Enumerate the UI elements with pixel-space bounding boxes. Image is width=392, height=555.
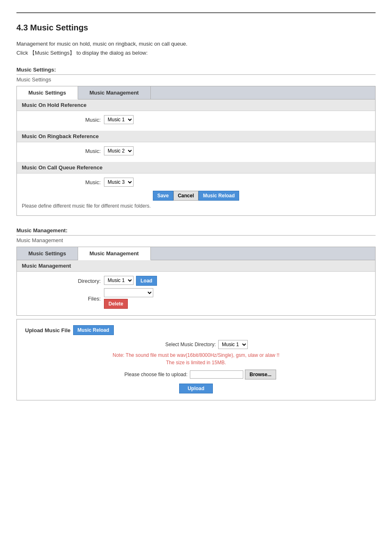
files-label: Files: xyxy=(22,296,104,302)
files-row: Files: Delete xyxy=(22,288,370,309)
select-music-dir-select[interactable]: Music 1 Music 2 Music 3 xyxy=(218,340,248,349)
music-on-ringback-header: Music On Ringback Reference xyxy=(17,131,375,142)
select-dir-row: Select Music Directory: Music 1 Music 2 … xyxy=(25,340,367,349)
tab2-music-settings[interactable]: Music Settings xyxy=(17,247,78,260)
music-management-subtitle: Music Management xyxy=(16,237,376,243)
upload-section: Upload Music File Music Reload Select Mu… xyxy=(16,319,376,400)
top-divider xyxy=(16,12,376,13)
upload-form: Select Music Directory: Music 1 Music 2 … xyxy=(25,340,367,393)
music-on-callqueue-header: Music On Call Queue Reference xyxy=(17,162,375,173)
music-management-inner-body: Directory: Music 1 Music 2 Music 3 Load … xyxy=(17,272,375,315)
music-settings-tabs: Music Settings Music Management xyxy=(17,86,375,99)
music-on-hold-label: Music: xyxy=(22,117,104,123)
description1: Management for music on hold, music on r… xyxy=(16,41,376,47)
directory-controls: Music 1 Music 2 Music 3 Load xyxy=(104,276,157,286)
tab-music-management[interactable]: Music Management xyxy=(78,86,151,99)
music-on-callqueue-row: Music: Music 1 Music 2 Music 3 xyxy=(22,178,370,187)
music-management-tab-panel: Music Settings Music Management Music Ma… xyxy=(16,247,376,316)
files-controls: Delete xyxy=(104,288,153,309)
upload-button-row: Upload xyxy=(25,384,367,393)
music-on-ringback-select[interactable]: Music 1 Music 2 Music 3 xyxy=(104,146,134,155)
music-on-callqueue-body: Music: Music 1 Music 2 Music 3 Save Canc… xyxy=(17,173,375,215)
music-on-callqueue-label: Music: xyxy=(22,179,104,185)
select-dir-label: Select Music Directory: xyxy=(144,342,218,347)
music-on-callqueue-select[interactable]: Music 1 Music 2 Music 3 xyxy=(104,178,134,187)
tab2-music-management[interactable]: Music Management xyxy=(78,247,151,260)
directory-select[interactable]: Music 1 Music 2 Music 3 xyxy=(104,276,134,285)
save-button[interactable]: Save xyxy=(153,191,173,201)
page-title: 4.3 Music Settings xyxy=(16,23,376,32)
music-settings-subtitle: Music Settings xyxy=(16,76,376,83)
music-management-label: Music Management: xyxy=(16,227,376,234)
music-on-hold-row: Music: Music 1 Music 2 Music 3 xyxy=(22,115,370,124)
directory-label: Directory: xyxy=(22,278,104,284)
music-on-ringback-row: Music: Music 1 Music 2 Music 3 xyxy=(22,146,370,155)
settings-button-row: Save Cancel Music Reload xyxy=(22,191,370,201)
tab-music-settings[interactable]: Music Settings xyxy=(17,86,78,99)
choose-file-label: Please choose file to upload: xyxy=(116,372,190,377)
music-management-tabs: Music Settings Music Management xyxy=(17,247,375,260)
music-on-hold-body: Music: Music 1 Music 2 Music 3 xyxy=(17,111,375,131)
music-on-ringback-label: Music: xyxy=(22,148,104,154)
upload-music-file-label: Upload Music File xyxy=(25,327,71,333)
directory-row: Directory: Music 1 Music 2 Music 3 Load xyxy=(22,276,370,286)
music-on-hold-select[interactable]: Music 1 Music 2 Music 3 xyxy=(104,115,134,124)
upload-music-reload-button[interactable]: Music Reload xyxy=(73,325,114,335)
size-text: The size is limited in 15MB. xyxy=(25,360,367,365)
section-divider-1 xyxy=(16,74,376,75)
description2: Click 【Music Settings】 to display the di… xyxy=(16,49,376,57)
choose-file-row: Please choose file to upload: Browse... xyxy=(25,370,367,379)
upload-button[interactable]: Upload xyxy=(179,384,213,393)
music-on-hold-header: Music On Hold Reference xyxy=(17,99,375,111)
load-button[interactable]: Load xyxy=(136,276,157,286)
music-on-ringback-body: Music: Music 1 Music 2 Music 3 xyxy=(17,142,375,162)
music-settings-tab-panel: Music Settings Music Management Music On… xyxy=(16,86,376,216)
section-divider-2 xyxy=(16,235,376,236)
upload-header: Upload Music File Music Reload xyxy=(25,325,367,335)
music-management-inner-header: Music Management xyxy=(17,260,375,272)
files-select[interactable] xyxy=(104,288,153,297)
music-reload-button[interactable]: Music Reload xyxy=(198,191,239,201)
please-define-text: Please define different music file for d… xyxy=(22,203,370,209)
music-settings-label: Music Settings: xyxy=(16,67,376,73)
note-text: Note: The sound file must be wav(16bit/8… xyxy=(25,352,367,358)
file-upload-input[interactable] xyxy=(190,370,243,379)
cancel-button[interactable]: Cancel xyxy=(173,191,198,201)
delete-button[interactable]: Delete xyxy=(104,299,128,309)
browse-button[interactable]: Browse... xyxy=(245,370,276,379)
